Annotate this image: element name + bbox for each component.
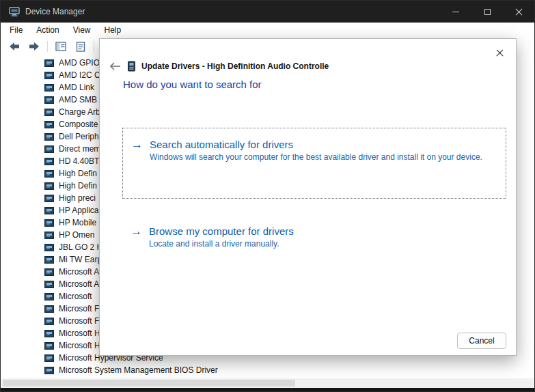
caption-buttons [440, 1, 534, 23]
maximize-icon [484, 9, 491, 15]
menu-help[interactable]: Help [98, 24, 128, 36]
device-category-icon [44, 367, 54, 374]
option-text: Search automatically for drivers Windows… [150, 139, 482, 190]
tree-item-label: Microsoft [59, 292, 92, 301]
tree-item-label: JBL GO 2 H [59, 242, 102, 252]
tree-item-label: Mi TW Earp [59, 255, 102, 264]
tree-item[interactable]: Microsoft System Management BIOS Driver [1, 364, 534, 376]
tree-item-label: High Defin [59, 181, 97, 191]
tree-item-label: Composite [59, 120, 98, 129]
option-description: Locate and install a driver manually. [149, 239, 294, 249]
titlebar: Device Manager [1, 1, 534, 23]
dialog-heading: How do you want to search for [123, 79, 262, 90]
device-category-icon [44, 195, 54, 202]
device-category-icon [44, 170, 54, 178]
tree-item-label: AMD GPIO [59, 58, 100, 68]
toolbar-separator [47, 41, 48, 52]
device-manager-icon [9, 6, 20, 17]
tree-item-label: HP Mobile [59, 218, 96, 227]
tree-item-label: HP Omen [59, 230, 94, 240]
tree-item-label: Microsoft A [59, 279, 99, 289]
tree-item-label: High Defin [59, 169, 97, 178]
device-category-icon [44, 84, 54, 92]
window-title: Device Manager [25, 7, 85, 16]
tree-item-label: Microsoft A [59, 267, 99, 277]
device-category-icon [44, 207, 54, 214]
tree-item-label: HD 4.40BT [59, 156, 99, 166]
toolbar-separator [94, 41, 94, 52]
tree-item-label: High preci [59, 193, 96, 203]
device-category-icon [44, 59, 54, 67]
device-category-icon [44, 158, 54, 165]
option-description: Windows will search your computer for th… [150, 152, 482, 163]
tree-item-label: AMD I2C C [59, 70, 100, 80]
device-category-icon [44, 244, 54, 251]
maximize-button[interactable] [471, 1, 503, 23]
properties-icon[interactable] [74, 40, 87, 53]
option-text: Browse my computer for drivers Locate an… [149, 225, 294, 249]
device-manager-window: Device Manager File Action View Help [0, 0, 535, 392]
tree-item-label: Dell Periph [59, 132, 99, 141]
menu-action[interactable]: Action [29, 24, 66, 36]
tree-item-label: AMD SMB [59, 95, 97, 104]
device-category-icon [44, 96, 54, 104]
close-icon [496, 49, 504, 57]
tree-item-label: Microsoft System Management BIOS Driver [59, 365, 218, 375]
arrow-right-icon [131, 139, 143, 190]
device-category-icon [44, 281, 54, 288]
device-category-icon [44, 182, 54, 190]
dialog-close-button[interactable] [491, 44, 508, 61]
tree-item-label: HP Applica [59, 206, 98, 215]
scrollbar-thumb[interactable] [3, 380, 295, 387]
device-category-icon [44, 268, 54, 276]
console-tree-icon[interactable] [54, 40, 68, 53]
device-category-icon [44, 145, 54, 153]
window-bottom-edge [1, 388, 534, 391]
back-arrow-icon[interactable] [8, 40, 21, 53]
option-browse-computer[interactable]: Browse my computer for drivers Locate an… [122, 215, 506, 257]
dialog-title: Update Drivers - High Definition Audio C… [141, 61, 329, 71]
cancel-button[interactable]: Cancel [457, 333, 506, 349]
device-category-icon [44, 72, 54, 79]
dialog-header: Update Drivers - High Definition Audio C… [108, 61, 329, 72]
device-category-icon [44, 342, 54, 350]
audio-controller-icon [127, 61, 136, 72]
menubar: File Action View Help [1, 23, 534, 38]
device-category-icon [44, 121, 54, 128]
option-search-automatically[interactable]: Search automatically for drivers Windows… [122, 128, 506, 199]
device-category-icon [44, 256, 54, 264]
minimize-button[interactable] [440, 1, 471, 23]
device-category-icon [44, 305, 54, 313]
device-category-icon [44, 133, 54, 141]
horizontal-scrollbar[interactable] [1, 378, 534, 388]
minimize-icon [452, 12, 459, 12]
device-category-icon [44, 318, 54, 325]
forward-arrow-icon[interactable] [27, 40, 41, 53]
tree-item-label: AMD Link [59, 83, 94, 92]
tree-item-label: Microsoft H [59, 328, 100, 338]
menu-file[interactable]: File [3, 24, 29, 36]
option-label: Browse my computer for drivers [149, 225, 294, 237]
device-category-icon [44, 354, 54, 362]
tree-item-label: Microsoft H [59, 341, 100, 350]
tree-item-label: Direct mem [59, 144, 100, 154]
menu-view[interactable]: View [66, 24, 98, 36]
close-icon [515, 8, 523, 16]
device-category-icon [44, 293, 54, 300]
option-label: Search automatically for drivers [150, 139, 482, 150]
tree-item-label: Charge Arb [59, 107, 100, 117]
device-category-icon [44, 232, 54, 239]
dialog-back-icon[interactable] [108, 62, 122, 70]
tree-item-label: Microsoft F [59, 304, 99, 313]
device-category-icon [44, 330, 54, 337]
tree-item-label: Microsoft F [59, 316, 99, 326]
device-category-icon [44, 109, 54, 116]
arrow-right-icon [131, 225, 142, 249]
device-category-icon [44, 219, 54, 227]
update-drivers-dialog: Update Drivers - High Definition Audio C… [99, 38, 517, 356]
close-button[interactable] [503, 1, 534, 23]
